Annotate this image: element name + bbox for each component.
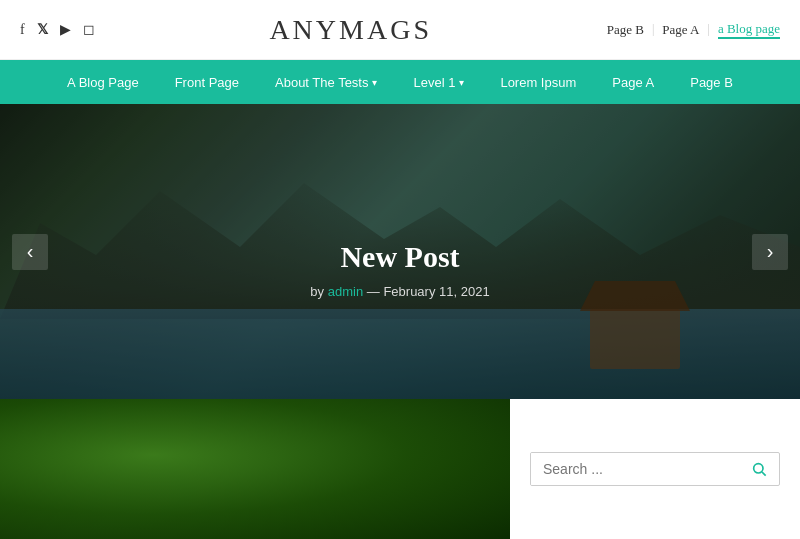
nav-page-b[interactable]: Page B	[672, 60, 751, 104]
bottom-thumbnail[interactable]	[0, 399, 510, 539]
hero-content: New Post by admin — February 11, 2021	[310, 240, 489, 299]
nav-level-1[interactable]: Level 1 ▾	[395, 60, 482, 104]
hero-date: February 11, 2021	[383, 284, 489, 299]
thumbnail-overlay	[0, 399, 510, 539]
top-nav-page-a[interactable]: Page A	[662, 22, 699, 38]
search-input[interactable]	[531, 453, 739, 485]
slider-prev-button[interactable]: ‹	[12, 234, 48, 270]
nav-page-a[interactable]: Page A	[594, 60, 672, 104]
level1-dropdown-arrow: ▾	[459, 77, 464, 88]
about-dropdown-arrow: ▾	[372, 77, 377, 88]
top-nav: Page B | Page A | a Blog page	[607, 21, 780, 39]
slider-next-button[interactable]: ›	[752, 234, 788, 270]
site-title: ANYMAGS	[95, 14, 607, 46]
hut-decoration	[590, 309, 680, 369]
hero-dash: —	[367, 284, 384, 299]
nav-a-blog-page[interactable]: A Blog Page	[49, 60, 157, 104]
hero-by-label: by	[310, 284, 324, 299]
instagram-icon[interactable]: ◻	[83, 21, 95, 38]
search-icon	[751, 461, 767, 477]
hero-author[interactable]: admin	[328, 284, 363, 299]
hero-meta: by admin — February 11, 2021	[310, 284, 489, 299]
youtube-icon[interactable]: ▶	[60, 21, 71, 38]
top-nav-blog-page[interactable]: a Blog page	[718, 21, 780, 39]
hut-roof	[580, 281, 690, 311]
sidebar-search	[510, 399, 800, 539]
hero-post-title: New Post	[310, 240, 489, 274]
search-button[interactable]	[739, 453, 779, 485]
bottom-section	[0, 399, 800, 539]
svg-point-0	[754, 464, 763, 473]
nav-front-page[interactable]: Front Page	[157, 60, 257, 104]
nav-about-the-tests[interactable]: About The Tests ▾	[257, 60, 395, 104]
search-box[interactable]	[530, 452, 780, 486]
nav-lorem-ipsum[interactable]: Lorem Ipsum	[482, 60, 594, 104]
top-nav-sep-1: |	[652, 22, 654, 37]
social-icons: f 𝕏 ▶ ◻	[20, 21, 95, 38]
svg-line-1	[762, 472, 766, 476]
top-bar: f 𝕏 ▶ ◻ ANYMAGS Page B | Page A | a Blog…	[0, 0, 800, 60]
twitter-icon[interactable]: 𝕏	[37, 21, 48, 38]
nav-bar: A Blog Page Front Page About The Tests ▾…	[0, 60, 800, 104]
top-nav-page-b[interactable]: Page B	[607, 22, 644, 38]
facebook-icon[interactable]: f	[20, 22, 25, 38]
hero-slider: ‹ New Post by admin — February 11, 2021 …	[0, 104, 800, 399]
top-nav-sep-2: |	[708, 22, 710, 37]
